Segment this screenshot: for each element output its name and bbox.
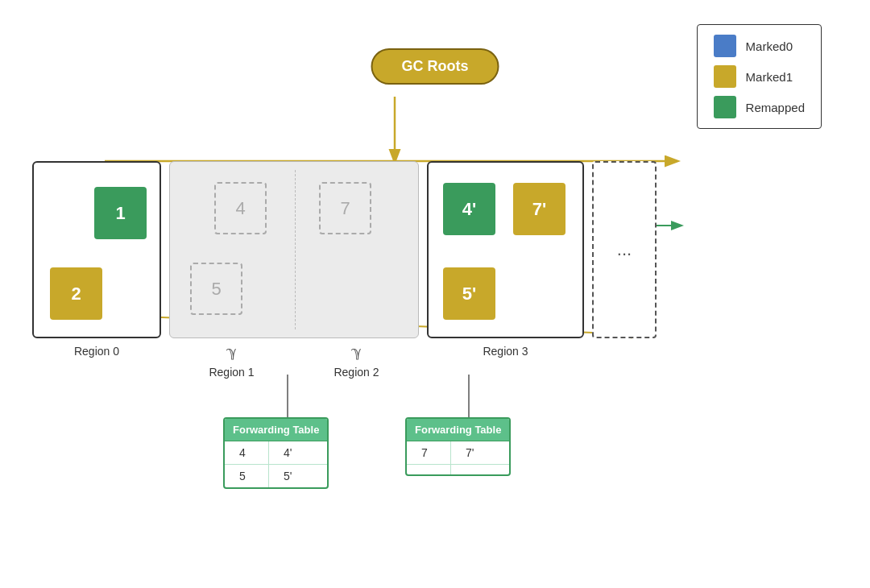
region3-box: 4' 7' 5'	[427, 161, 584, 338]
region12-box-outer: 4 5 7	[169, 161, 419, 338]
region0-box: 1 2	[32, 161, 161, 338]
obj7-placeholder: 7	[319, 182, 371, 234]
region0-label: Region 0	[74, 345, 119, 358]
marked1-label: Marked1	[746, 70, 793, 84]
region12-labels: ℽ Region 1 ℽ Region 2	[169, 345, 419, 379]
obj7prime: 7'	[513, 183, 566, 235]
marked0-icon	[714, 35, 736, 57]
obj4-placeholder: 4	[214, 182, 267, 234]
gc-roots-node: GC Roots	[371, 48, 499, 85]
marked0-label: Marked0	[746, 39, 793, 53]
region-more-wrapper: ...	[592, 161, 657, 358]
obj4prime: 4'	[443, 183, 495, 235]
fwd-table1-row1: 4 4'	[225, 441, 327, 465]
fwd-table2-row2-to	[451, 465, 495, 474]
fwd-table1: Forwarding Table 4 4' 5 5'	[223, 417, 329, 489]
region-more-box: ...	[592, 161, 657, 338]
fwd-table2-row1-to: 7'	[451, 441, 495, 464]
fwd-table2-row2	[407, 465, 509, 474]
fwd-table2-row1-from: 7	[407, 441, 451, 464]
fwd-table2: Forwarding Table 7 7'	[405, 417, 511, 476]
region2-label: Region 2	[334, 366, 379, 379]
region12-box: 4 5 7	[169, 161, 419, 338]
region12-divider	[295, 170, 296, 329]
fwd-table1-wrapper: Forwarding Table 4 4' 5 5'	[223, 417, 329, 489]
fwd-table1-row2: 5 5'	[225, 465, 327, 487]
region3-wrapper: 4' 7' 5' Region 3	[427, 161, 584, 358]
region3-label: Region 3	[483, 345, 528, 358]
region0-wrapper: 1 2 Region 0	[32, 161, 161, 358]
obj2: 2	[50, 267, 102, 320]
marked1-icon	[714, 65, 736, 88]
fwd-table1-row2-from: 5	[225, 465, 269, 487]
obj1: 1	[94, 187, 147, 239]
obj5-placeholder: 5	[190, 263, 242, 315]
more-dots: ...	[617, 239, 632, 260]
fwd-table1-row1-to: 4'	[269, 441, 313, 464]
legend-item-marked1: Marked1	[714, 65, 805, 88]
region1-label-area: ℽ Region 1	[169, 345, 294, 379]
fork2-icon: ℽ	[351, 345, 362, 359]
legend-item-remapped: Remapped	[714, 96, 805, 118]
obj5prime: 5'	[443, 267, 495, 320]
region2-label-area: ℽ Region 2	[294, 345, 419, 379]
fwd-table2-row2-from	[407, 465, 451, 474]
fwd-table2-row1: 7 7'	[407, 441, 509, 465]
legend: Marked0 Marked1 Remapped	[697, 24, 822, 129]
fwd-table2-wrapper: Forwarding Table 7 7'	[405, 417, 511, 476]
fork1-icon: ℽ	[226, 345, 237, 359]
legend-item-marked0: Marked0	[714, 35, 805, 57]
remapped-label: Remapped	[746, 101, 805, 114]
region1-label: Region 1	[209, 366, 254, 379]
fwd-table2-header: Forwarding Table	[407, 419, 509, 441]
fwd-table1-row2-to: 5'	[269, 465, 313, 487]
regions-area: 1 2 Region 0 4 5	[32, 161, 838, 379]
fwd-table1-row1-from: 4	[225, 441, 269, 464]
remapped-icon	[714, 96, 736, 118]
region12-combined: 4 5 7 ℽ Region 1 ℽ Region 2	[169, 161, 419, 379]
fwd-table1-header: Forwarding Table	[225, 419, 327, 441]
